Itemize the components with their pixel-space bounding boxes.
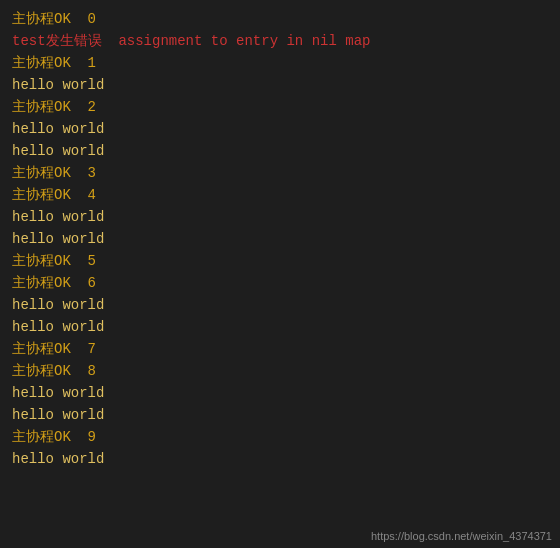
terminal-line: hello world xyxy=(12,294,548,316)
terminal-output: 主协程OK 0test发生错误 assignment to entry in n… xyxy=(12,8,548,470)
terminal-line: 主协程OK 8 xyxy=(12,360,548,382)
terminal-line: 主协程OK 9 xyxy=(12,426,548,448)
terminal-line: hello world xyxy=(12,74,548,96)
terminal-line: 主协程OK 4 xyxy=(12,184,548,206)
terminal-line: 主协程OK 6 xyxy=(12,272,548,294)
terminal-line: 主协程OK 1 xyxy=(12,52,548,74)
terminal-line: hello world xyxy=(12,118,548,140)
terminal-line: hello world xyxy=(12,140,548,162)
terminal-line: hello world xyxy=(12,448,548,470)
terminal-line: 主协程OK 0 xyxy=(12,8,548,30)
terminal-line: test发生错误 assignment to entry in nil map xyxy=(12,30,548,52)
terminal-line: 主协程OK 3 xyxy=(12,162,548,184)
terminal-line: hello world xyxy=(12,228,548,250)
terminal-line: hello world xyxy=(12,206,548,228)
terminal-line: hello world xyxy=(12,404,548,426)
terminal-line: 主协程OK 7 xyxy=(12,338,548,360)
watermark: https://blog.csdn.net/weixin_4374371 xyxy=(371,530,552,542)
terminal-line: 主协程OK 2 xyxy=(12,96,548,118)
terminal-line: hello world xyxy=(12,382,548,404)
terminal-line: 主协程OK 5 xyxy=(12,250,548,272)
terminal-line: hello world xyxy=(12,316,548,338)
